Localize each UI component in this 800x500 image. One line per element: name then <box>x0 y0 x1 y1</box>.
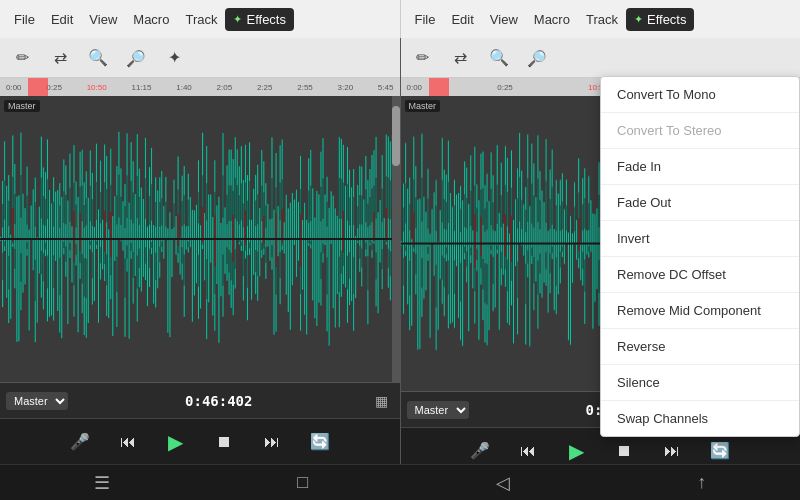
right-track-select[interactable]: Master <box>407 401 469 419</box>
effect-swap-channels[interactable]: Swap Channels <box>601 401 799 436</box>
play-btn-right[interactable]: ▶ <box>560 435 592 464</box>
mic-btn-left[interactable]: 🎤 <box>64 426 96 458</box>
left-track-select[interactable]: Master <box>6 392 68 410</box>
ruler-ticks-left: 0:00 0:25 10:50 11:15 1:40 2:05 2:25 2:5… <box>4 83 396 92</box>
left-transport: 🎤 ⏮ ▶ ⏹ ⏭ 🔄 <box>0 418 400 464</box>
menu-view-right[interactable]: View <box>482 8 526 31</box>
menu-effects-right[interactable]: ✦ Effects <box>626 8 695 31</box>
playhead-left <box>28 78 48 96</box>
effects-icon-right: ✦ <box>634 13 643 26</box>
left-scrollbar[interactable] <box>392 96 400 382</box>
ff-btn-right[interactable]: ⏭ <box>656 435 688 464</box>
main-content: ✏ ⇄ 🔍 🔍 ✦ 0:00 0:25 10:50 11:15 1:40 2:0… <box>0 38 800 464</box>
menu-track-right[interactable]: Track <box>578 8 626 31</box>
right-master-label: Master <box>405 100 441 112</box>
left-timeline-ruler: 0:00 0:25 10:50 11:15 1:40 2:05 2:25 2:5… <box>0 78 400 96</box>
left-menu-panel: File Edit View Macro Track ✦ Effects <box>0 0 401 38</box>
left-master-label: Master <box>4 100 40 112</box>
effect-fade-out[interactable]: Fade Out <box>601 185 799 221</box>
pencil-tool-btn[interactable]: ✏ <box>8 44 36 72</box>
select-tool-btn-r[interactable]: ⇄ <box>447 44 475 72</box>
left-toolbar: ✏ ⇄ 🔍 🔍 ✦ <box>0 38 400 78</box>
loop-btn-left[interactable]: 🔄 <box>304 426 336 458</box>
effects-icon-left: ✦ <box>233 13 242 26</box>
effect-fade-in[interactable]: Fade In <box>601 149 799 185</box>
loop-btn-right[interactable]: 🔄 <box>704 435 736 464</box>
zoom-in-btn[interactable]: 🔍 <box>84 44 112 72</box>
right-toolbar: ✏ ⇄ 🔍 🔍 <box>401 38 801 78</box>
menu-track-left[interactable]: Track <box>177 8 225 31</box>
nav-back-btn[interactable]: ◁ <box>480 466 526 500</box>
menu-edit-left[interactable]: Edit <box>43 8 81 31</box>
effect-silence[interactable]: Silence <box>601 365 799 401</box>
menu-file-left[interactable]: File <box>6 8 43 31</box>
zoom-out-btn[interactable]: 🔍 <box>122 44 150 72</box>
pencil-tool-btn-r[interactable]: ✏ <box>409 44 437 72</box>
effects-dropdown-menu: Convert To Mono Convert To Stereo Fade I… <box>600 76 800 437</box>
right-menu-panel: File Edit View Macro Track ✦ Effects <box>401 0 801 38</box>
menu-file-right[interactable]: File <box>407 8 444 31</box>
left-scrollbar-thumb[interactable] <box>392 106 400 166</box>
nav-menu-btn[interactable]: ☰ <box>78 466 126 500</box>
right-panel-wrapper: ✏ ⇄ 🔍 🔍 0:00 0:25 10:50 11:15 1:15 Maste… <box>401 38 801 464</box>
rewind-btn-right[interactable]: ⏮ <box>512 435 544 464</box>
stop-btn-right[interactable]: ⏹ <box>608 435 640 464</box>
effect-invert[interactable]: Invert <box>601 221 799 257</box>
left-time-display: 0:46:402 <box>72 393 366 409</box>
effect-remove-mid[interactable]: Remove Mid Component <box>601 293 799 329</box>
effect-convert-stereo: Convert To Stereo <box>601 113 799 149</box>
left-bottom-controls: Master 0:46:402 ▦ <box>0 382 400 418</box>
system-nav-bar: ☰ □ ◁ ↑ <box>0 464 800 500</box>
menu-effects-left[interactable]: ✦ Effects <box>225 8 294 31</box>
effect-remove-dc[interactable]: Remove DC Offset <box>601 257 799 293</box>
menu-bar: File Edit View Macro Track ✦ Effects Fil… <box>0 0 800 38</box>
menu-edit-right[interactable]: Edit <box>443 8 481 31</box>
left-waveform-container[interactable]: Master <box>0 96 400 382</box>
nav-home-btn[interactable]: □ <box>281 466 324 499</box>
stop-btn-left[interactable]: ⏹ <box>208 426 240 458</box>
playhead-right <box>429 78 449 96</box>
nav-up-btn[interactable]: ↑ <box>681 466 722 499</box>
cursor-tool-btn[interactable]: ✦ <box>160 44 188 72</box>
menu-macro-right[interactable]: Macro <box>526 8 578 31</box>
rewind-btn-left[interactable]: ⏮ <box>112 426 144 458</box>
left-waveform-view-btn[interactable]: ▦ <box>370 389 394 413</box>
effect-reverse[interactable]: Reverse <box>601 329 799 365</box>
mic-btn-right[interactable]: 🎤 <box>464 435 496 464</box>
left-waveform-canvas <box>0 96 400 382</box>
menu-macro-left[interactable]: Macro <box>125 8 177 31</box>
zoom-in-btn-r[interactable]: 🔍 <box>485 44 513 72</box>
play-btn-left[interactable]: ▶ <box>160 426 192 458</box>
menu-view-left[interactable]: View <box>81 8 125 31</box>
select-tool-btn[interactable]: ⇄ <box>46 44 74 72</box>
zoom-out-btn-r[interactable]: 🔍 <box>523 44 551 72</box>
ff-btn-left[interactable]: ⏭ <box>256 426 288 458</box>
left-track-panel: ✏ ⇄ 🔍 🔍 ✦ 0:00 0:25 10:50 11:15 1:40 2:0… <box>0 38 401 464</box>
effect-convert-mono[interactable]: Convert To Mono <box>601 77 799 113</box>
